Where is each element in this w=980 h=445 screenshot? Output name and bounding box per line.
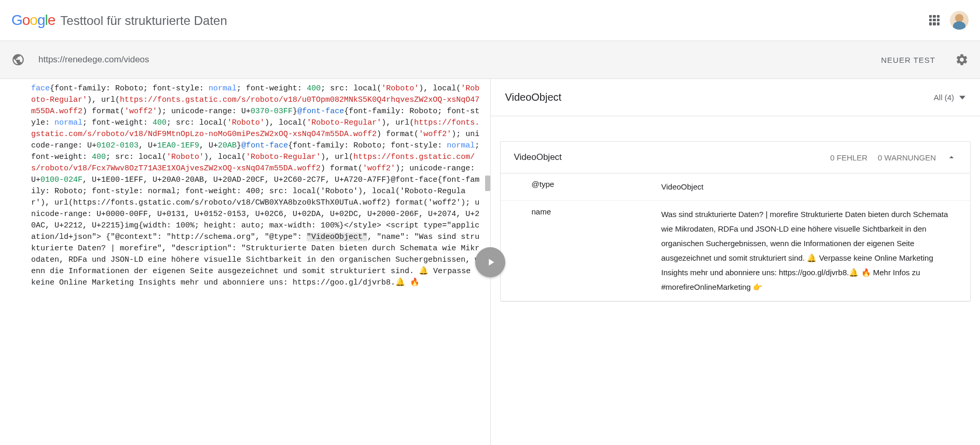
chevron-down-icon [959, 95, 965, 101]
detail-row: nameWas sind strukturierte Daten? | more… [501, 201, 971, 301]
detail-header[interactable]: VideoObject 0 FEHLER 0 WARNUNGEN [501, 142, 971, 173]
run-test-button[interactable] [475, 247, 505, 277]
app-header: Google Testtool für strukturierte Daten [0, 0, 980, 41]
detail-row: @typeVideoObject [501, 173, 971, 201]
result-header: VideoObject All (4) [491, 79, 981, 116]
tool-title: Testtool für strukturierte Daten [60, 14, 227, 28]
detail-card: VideoObject 0 FEHLER 0 WARNUNGEN @typeVi… [500, 141, 971, 302]
scrollbar-thumb[interactable] [485, 176, 490, 191]
new-test-button[interactable]: NEUER TEST [881, 56, 935, 64]
warning-count: 0 WARNUNGEN [878, 153, 936, 162]
globe-icon [11, 53, 25, 66]
detail-rows: @typeVideoObjectnameWas sind strukturier… [501, 173, 971, 301]
header-right [929, 11, 969, 30]
main-content: face{font-family: Roboto; font-style: no… [0, 79, 980, 445]
apps-grid-icon[interactable] [929, 15, 940, 25]
avatar[interactable] [950, 11, 969, 30]
error-count: 0 FEHLER [830, 153, 867, 162]
url-text: https://renedege.com/videos [38, 55, 881, 65]
detail-value: VideoObject [661, 180, 971, 194]
source-panel: face{font-family: Roboto; font-style: no… [0, 79, 490, 445]
detail-key: @type [501, 180, 661, 194]
detail-status: 0 FEHLER 0 WARNUNGEN [830, 152, 957, 163]
detail-title: VideoObject [514, 152, 562, 163]
url-bar: https://renedege.com/videos NEUER TEST [0, 41, 980, 79]
chevron-up-icon [946, 152, 957, 163]
detail-key: name [501, 207, 661, 294]
google-logo: Google [11, 12, 55, 29]
source-code[interactable]: face{font-family: Roboto; font-style: no… [31, 83, 480, 289]
logo-area: Google Testtool für strukturierte Daten [11, 12, 227, 29]
results-panel: VideoObject All (4) VideoObject 0 FEHLER… [490, 79, 981, 445]
result-type-title: VideoObject [505, 91, 562, 103]
filter-dropdown[interactable]: All (4) [934, 93, 965, 102]
detail-value: Was sind strukturierte Daten? | morefire… [661, 207, 971, 294]
gear-icon[interactable] [955, 53, 969, 66]
filter-label: All (4) [934, 93, 954, 102]
play-icon [485, 257, 496, 268]
